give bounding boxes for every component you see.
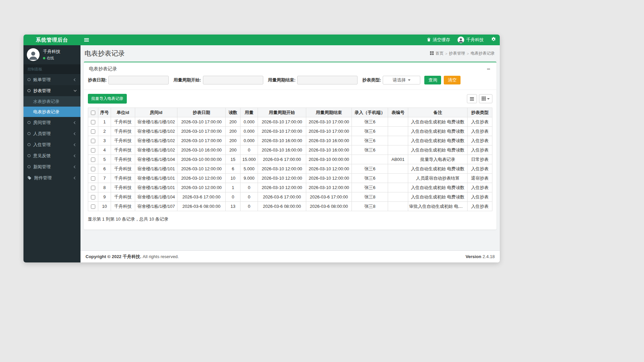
table-row: 9千舟科技宿舍楼/1栋/1楼/1042026-03-6 17:00:000020… <box>88 192 492 202</box>
columns-dropdown-button[interactable] <box>479 94 492 103</box>
sidebar-subitem[interactable]: 电表抄表记录 <box>23 107 80 117</box>
table-cell: 3 <box>98 136 111 145</box>
table-cell: 2026-03-10 17:00:00 <box>258 127 306 136</box>
filter-period-end: 用量周期结束: <box>268 76 358 84</box>
sidebar: 千舟科技 在线 控制面板 账单管理抄表管理水表抄表记录电表抄表记录房间管理人员管… <box>23 45 80 262</box>
column-header: 用量周期结束 <box>306 108 352 117</box>
circle-icon <box>28 132 31 135</box>
sidebar-item[interactable]: 房间管理 <box>23 117 80 128</box>
clear-button[interactable]: 清空 <box>444 76 461 84</box>
table-cell: 张三8 <box>352 192 388 202</box>
sidebar-subitem[interactable]: 水表抄表记录 <box>23 96 80 107</box>
app-window: 系统管理后台 清空缓存 千舟科技 <box>23 35 500 262</box>
trash-icon <box>427 38 431 43</box>
meter-date-input[interactable] <box>108 76 169 84</box>
table-cell: 张三6 <box>352 145 388 155</box>
sidebar-item-label: 意见反馈 <box>33 153 71 159</box>
table-cell: 宿舍楼/1栋/1楼/104 <box>135 192 177 202</box>
period-start-input[interactable] <box>203 76 263 84</box>
breadcrumb-current: 电表抄表记录 <box>471 51 495 56</box>
row-checkbox[interactable] <box>91 139 95 143</box>
version-value: 2.4.18 <box>483 254 495 259</box>
circle-icon <box>28 165 31 168</box>
user-menu[interactable]: 千舟科技 <box>454 35 487 45</box>
settings-button[interactable] <box>487 35 500 45</box>
table-cell: 宿舍楼/1栋/1楼/102 <box>135 117 177 127</box>
table-cell: 1 <box>98 117 111 127</box>
table-row: 2千舟科技宿舍楼/1栋/1楼/1022026-03-10 17:00:00200… <box>88 127 492 136</box>
period-end-input[interactable] <box>297 76 358 84</box>
circle-icon <box>28 143 31 146</box>
gear-icon <box>491 37 496 43</box>
table-cell: 2026-03-10 12:00:00 <box>306 164 352 174</box>
column-header: 表编号 <box>388 108 408 117</box>
chevron-left-icon <box>74 143 76 146</box>
table-cell: 批量导入电表记录 <box>408 155 468 164</box>
table-cell: 宿舍楼/1栋/1楼/101 <box>135 174 177 183</box>
table-cell: 2026-03-10 17:00:00 <box>177 117 226 127</box>
pagination-summary: 显示第 1 到第 10 条记录，总共 10 条记录 <box>88 216 492 222</box>
table-cell: 张三6 <box>352 117 388 127</box>
columns-icon <box>482 96 486 102</box>
filter-label: 抄表类型: <box>362 77 381 83</box>
meter-type-select[interactable]: 请选择 <box>383 76 420 84</box>
version-label: Version <box>466 254 481 259</box>
table-cell: 1 <box>226 183 240 192</box>
sidebar-item[interactable]: 抄表管理 <box>23 85 80 96</box>
user-avatar-icon <box>458 37 464 43</box>
table-cell: 2026-03-10 12:00:00 <box>177 174 226 183</box>
toggle-view-button[interactable] <box>467 94 477 103</box>
sidebar-item[interactable]: 新闻管理 <box>23 161 80 172</box>
sidebar-item-label: 入住管理 <box>33 142 71 148</box>
table-cell: 2026-03-10 17:00:00 <box>177 136 226 145</box>
sidebar-item[interactable]: 账单管理 <box>23 74 80 85</box>
sidebar-item[interactable]: 意见反馈 <box>23 150 80 161</box>
row-checkbox[interactable] <box>91 186 95 190</box>
table-row: 10千舟科技宿舍楼/1栋/1楼/1072026-03-6 08:00:00130… <box>88 202 492 211</box>
table-cell: 张三8 <box>352 202 388 211</box>
select-all-checkbox[interactable] <box>91 111 95 115</box>
table-cell: 宿舍楼/1栋/1楼/102 <box>135 127 177 136</box>
table-cell: 2026-03-10 16:00:00 <box>306 136 352 145</box>
select-value: 请选择 <box>392 77 406 83</box>
copyright-rest: All rights reserved. <box>143 254 179 259</box>
sidebar-toggle-button[interactable] <box>80 35 93 45</box>
table-cell: 张三6 <box>352 127 388 136</box>
table-cell: 2026-03-10 12:00:00 <box>177 164 226 174</box>
chevron-left-icon <box>74 165 76 168</box>
breadcrumb-home[interactable]: 首页 <box>435 51 443 56</box>
bulk-import-button[interactable]: 批量导入电表记录 <box>88 94 127 104</box>
row-checkbox[interactable] <box>91 148 95 153</box>
sidebar-item[interactable]: 入住管理 <box>23 139 80 150</box>
table-cell: 4 <box>98 145 111 155</box>
sidebar-item[interactable]: 人员管理 <box>23 128 80 139</box>
sidebar-section-label: 控制面板 <box>23 64 80 74</box>
row-checkbox[interactable] <box>91 204 95 209</box>
sidebar-user-status: 在线 <box>43 56 60 61</box>
row-checkbox[interactable] <box>91 158 95 162</box>
row-checkbox[interactable] <box>91 120 95 124</box>
table-cell: 7 <box>98 174 111 183</box>
search-button[interactable]: 查询 <box>424 76 441 84</box>
table-cell: 5 <box>98 155 111 164</box>
table-cell <box>388 136 408 145</box>
circle-icon <box>28 78 31 81</box>
breadcrumb-parent[interactable]: 抄表管理 <box>449 51 465 56</box>
row-checkbox[interactable] <box>91 176 95 181</box>
checkbox-column-header <box>88 108 98 117</box>
view-toggle-group <box>467 94 492 103</box>
table-cell: 千舟科技 <box>111 136 135 145</box>
checkbox-cell <box>88 117 98 127</box>
sidebar-item[interactable]: 附件管理 <box>23 172 80 183</box>
panel-collapse-button[interactable] <box>485 66 491 72</box>
table-cell: 15 <box>226 155 240 164</box>
row-checkbox[interactable] <box>91 167 95 171</box>
sidebar-user-name: 千舟科技 <box>43 49 60 55</box>
clear-cache-button[interactable]: 清空缓存 <box>423 35 454 45</box>
table-cell: 200 <box>226 117 240 127</box>
table-row: 3千舟科技宿舍楼/1栋/1楼/1022026-03-10 17:00:00200… <box>88 136 492 145</box>
row-checkbox[interactable] <box>91 129 95 134</box>
table-cell: 千舟科技 <box>111 164 135 174</box>
dashboard-icon <box>430 51 434 56</box>
row-checkbox[interactable] <box>91 195 95 199</box>
